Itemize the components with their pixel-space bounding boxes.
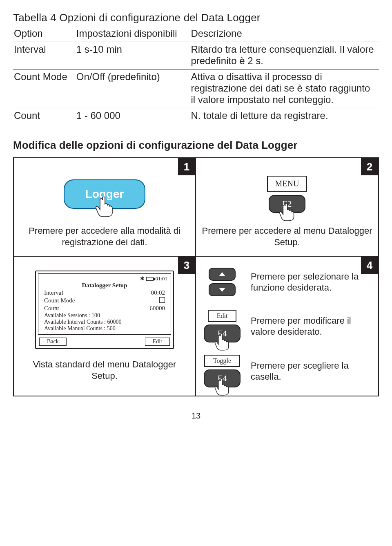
cell-settings: On/Off (predefinito): [76, 69, 190, 108]
hand-icon: [279, 203, 295, 221]
f4-key-illustration: F4: [204, 324, 241, 342]
cell-settings: 1 s-10 min: [76, 42, 190, 69]
screen-interval-value: 00:02: [151, 289, 165, 296]
screen-avail-interval: Available Interval Counts : 60000: [42, 319, 167, 325]
softkey-edit: Edit: [145, 338, 170, 346]
section-title: Modifica delle opzioni di configurazione…: [13, 139, 379, 152]
table-row: Count 1 - 60 000 N. totale di letture da…: [13, 108, 379, 124]
screen-count-value: 60000: [150, 305, 165, 312]
f2-key-illustration: F2: [269, 195, 305, 213]
step-caption: Vista standard del menu Datalogger Setup…: [20, 359, 189, 381]
step-2: 2 MENU F2 Premere per accedere al menu D…: [196, 158, 378, 257]
screen-avail-sessions: Available Sessions : 100: [42, 312, 167, 319]
step-3: 3 ✱ 01:01 Datalogger Setup Interval 00:0…: [14, 257, 196, 396]
f4-key-illustration: F4: [204, 369, 241, 387]
step-number: 3: [178, 257, 195, 274]
cell-settings: 1 - 60 000: [76, 108, 190, 124]
page-number: 13: [13, 411, 379, 421]
step-number: 2: [361, 158, 378, 175]
step4-text: Premere per scegliere la casella.: [251, 360, 372, 383]
steps-grid: 1 Logger Premere per accedere alla modal…: [13, 157, 379, 396]
softkey-label-edit: Edit: [208, 310, 237, 322]
th-option: Option: [13, 26, 76, 42]
step4-text: Premere per modificare il valore desider…: [251, 315, 372, 338]
config-table: Option Impostazioni disponibili Descrizi…: [13, 26, 379, 124]
cell-option: Count Mode: [13, 69, 76, 108]
softkey-label-toggle: Toggle: [204, 355, 240, 367]
cell-option: Interval: [13, 42, 76, 69]
screen-title: Datalogger Setup: [42, 282, 167, 289]
cell-desc: Attiva o disattiva il processo di regist…: [190, 69, 379, 108]
cell-option: Count: [13, 108, 76, 124]
step-1: 1 Logger Premere per accedere alla modal…: [14, 158, 196, 257]
step4-text: Premere per selezionare la funzione desi…: [251, 271, 372, 293]
th-desc: Descrizione: [190, 26, 379, 42]
cell-desc: N. totale di letture da registrare.: [190, 108, 379, 124]
screen-countmode-label: Count Mode: [44, 297, 75, 304]
hand-icon: [95, 197, 114, 217]
th-settings: Impostazioni disponibili: [76, 26, 190, 42]
cell-desc: Ritardo tra letture consequenziali. Il v…: [190, 42, 379, 69]
asterisk-icon: ✱: [140, 275, 145, 282]
device-screen-illustration: ✱ 01:01 Datalogger Setup Interval 00:02 …: [35, 271, 174, 349]
battery-icon: [146, 277, 154, 281]
screen-interval-label: Interval: [44, 289, 63, 296]
hand-icon: [214, 378, 230, 396]
logger-button-illustration: Logger: [64, 179, 145, 209]
screen-avail-manual: Available Manual Counts : 500: [42, 325, 167, 332]
table-row: Count Mode On/Off (predefinito) Attiva o…: [13, 69, 379, 108]
checkbox-icon: [159, 297, 165, 303]
arrow-up-key-illustration: [209, 268, 236, 281]
step-number: 4: [361, 257, 378, 274]
screen-count-label: Count: [44, 305, 59, 312]
table-title: Tabella 4 Opzioni di configurazione del …: [13, 11, 379, 26]
step-number: 1: [178, 158, 195, 175]
screen-time: 01:01: [155, 275, 167, 282]
menu-softkey-label: MENU: [267, 176, 307, 192]
hand-icon: [214, 333, 230, 351]
step-caption: Premere per accedere al menu Datalogger …: [202, 225, 372, 248]
step-caption: Premere per accedere alla modalità di re…: [20, 225, 189, 248]
softkey-back: Back: [39, 338, 67, 346]
table-row: Interval 1 s-10 min Ritardo tra letture …: [13, 42, 379, 69]
arrow-down-key-illustration: [209, 283, 236, 296]
step-4: 4 Premere per selezionare la funzione de…: [196, 257, 378, 396]
